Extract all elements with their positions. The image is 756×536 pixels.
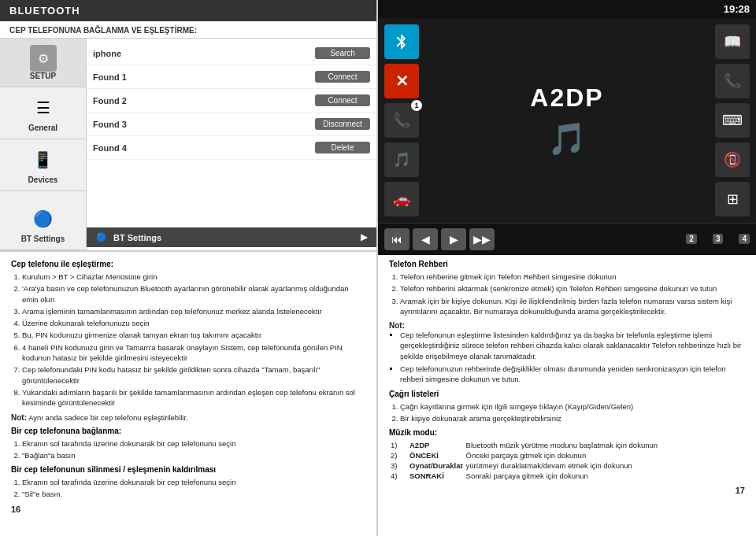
keypad-icon-btn[interactable]: ⌨ bbox=[715, 103, 750, 138]
sil-step-1: Ekranın sol tarafında üzerine dokunarak … bbox=[22, 477, 365, 487]
play-button[interactable]: ▶ bbox=[441, 228, 466, 250]
muzik-num-3: 4) bbox=[389, 471, 408, 481]
bir-section: Bir cep telefonuna bağlanma: Ekranın sol… bbox=[11, 427, 365, 461]
right-not-title: Not: bbox=[389, 321, 745, 330]
music-note-area: 🎵 bbox=[547, 120, 587, 157]
right-not-bullets: Cep telefonunun eşleştirme listesinden k… bbox=[389, 330, 745, 384]
bottom-left: Cep telefonu ile eşleştirme: Kurulum > B… bbox=[0, 252, 378, 536]
bottom-labels: 2 3 4 bbox=[686, 234, 750, 246]
time-display: 19:28 bbox=[724, 3, 750, 15]
cagri-step-1: Çağrı kayıtlarına girmek için ilgili sim… bbox=[400, 401, 745, 412]
bt-settings-label: BT Settings bbox=[113, 233, 161, 242]
sidebar-bt-label: BT Settings bbox=[21, 235, 65, 243]
a2dp-label: A2DP bbox=[530, 83, 603, 113]
search-button[interactable]: Search bbox=[315, 47, 370, 59]
step-3: Arama işleminin tamamlanmasının ardından… bbox=[22, 306, 365, 316]
step-4: Üzerine dokunarak telefonunuzu seçin bbox=[22, 318, 365, 328]
muzik-desc-3: Sonraki parçaya gitmek için dokunun bbox=[465, 471, 745, 481]
phone-icon: 📞 bbox=[393, 112, 410, 129]
sidebar-item-bt-settings[interactable]: 🔵 BT Settings bbox=[0, 198, 86, 250]
muzik-row-3: 4) SONRAKİ Sonraki parçaya gitmek için d… bbox=[389, 471, 745, 481]
bottom-right: Telefon Rehberi Telefon rehberine gitmek… bbox=[378, 252, 756, 536]
sidebar-item-devices[interactable]: 📱 Devices bbox=[0, 139, 86, 191]
left-panel: BLUETOOTH CEP TELEFONUNA BAĞLANMA VE EŞL… bbox=[0, 0, 378, 250]
device-row-found1: Found 1 Connect bbox=[87, 65, 376, 89]
not-block: Not: Aynı anda sadece bir cep telefonu e… bbox=[11, 413, 365, 422]
sidebar-general-label: General bbox=[28, 124, 57, 132]
bt-settings-row[interactable]: 🔵 BT Settings ▶ bbox=[87, 227, 376, 247]
delete-button-4[interactable]: Delete bbox=[315, 142, 370, 153]
step-2: 'Ara'ya basın ve cep telefonunuzun Bluet… bbox=[22, 283, 365, 305]
bottom-controls: ⏮ ◀ ▶ ▶▶ 2 3 4 bbox=[378, 223, 756, 255]
muzik-key-3: SONRAKİ bbox=[408, 471, 465, 481]
disconnect-button-3[interactable]: Disconnect bbox=[315, 118, 370, 130]
general-icon: ☰ bbox=[29, 94, 57, 122]
muzik-desc-2: yürütmeyi duraklatmak/devam etmek için d… bbox=[465, 460, 745, 471]
muzik-desc-0: Bluetooth müzik yürütme modunu başlatmak… bbox=[465, 440, 745, 450]
phone-badge: 1 bbox=[411, 100, 422, 111]
connect-button-1[interactable]: Connect bbox=[315, 71, 370, 83]
sidebar-item-setup[interactable]: ⚙ SETUP bbox=[0, 39, 86, 87]
nav-icon-btn[interactable]: 🚗 bbox=[384, 182, 419, 216]
label-3[interactable]: 3 bbox=[713, 234, 724, 246]
device-row-found2: Found 2 Connect bbox=[87, 89, 376, 113]
step-5: Bu, PIN kodunuzu girmenize olanak tanıya… bbox=[22, 330, 365, 340]
sub-header: CEP TELEFONUNA BAĞLANMA VE EŞLEŞTİRME: bbox=[0, 21, 376, 39]
music-icon-btn[interactable]: 🎵 bbox=[384, 142, 419, 177]
muzik-num-1: 2) bbox=[389, 450, 408, 460]
page-num-left: 16 bbox=[11, 505, 365, 514]
sil-section: Bir cep telefonunun silinmesi / eşleşmen… bbox=[11, 465, 365, 500]
sil-step-2: "Sil"e basın. bbox=[22, 489, 365, 499]
connect-button-2[interactable]: Connect bbox=[315, 94, 370, 106]
main-steps-list: Kurulum > BT > Cihazlar Menüsüne girin '… bbox=[11, 272, 365, 408]
label-2[interactable]: 2 bbox=[686, 234, 697, 246]
label-4-num: 4 bbox=[739, 234, 750, 244]
prev-button[interactable]: ◀ bbox=[413, 228, 438, 250]
sidebar-devices-label: Devices bbox=[28, 176, 58, 184]
book-icon-btn[interactable]: 📖 bbox=[715, 24, 750, 59]
muzik-title: Müzik modu: bbox=[389, 428, 745, 437]
cagri-step-2: Bir kişiye dokunarak arama gerçekleştire… bbox=[400, 413, 745, 423]
right-header: 19:28 bbox=[378, 0, 756, 18]
sidebar-setup-label: SETUP bbox=[30, 72, 56, 80]
bir-steps-list: Ekranın sol tarafında üzerine dokunarak … bbox=[11, 438, 365, 461]
muzik-table: 1) A2DP Bluetooth müzik yürütme modunu b… bbox=[389, 440, 745, 481]
next-button[interactable]: ▶▶ bbox=[469, 228, 495, 250]
bt-settings-arrow: ▶ bbox=[361, 232, 367, 242]
label-2-num: 2 bbox=[686, 234, 697, 244]
playback-controls: ⏮ ◀ ▶ ▶▶ bbox=[384, 228, 495, 250]
muzik-row-0: 1) A2DP Bluetooth müzik yürütme modunu b… bbox=[389, 440, 745, 450]
bt-settings-icon: 🔵 bbox=[29, 205, 57, 233]
phone3-icon-btn[interactable]: 📵 bbox=[715, 142, 750, 177]
device-row-iphone: iphone Search bbox=[87, 42, 376, 65]
bluetooth-icon-btn[interactable] bbox=[384, 24, 419, 59]
found2-name: Found 2 bbox=[93, 96, 315, 105]
page-num-right: 17 bbox=[389, 486, 745, 495]
muzik-row-1: 2) ÖNCEKİ Önceki parçaya gitmek için dok… bbox=[389, 450, 745, 460]
sidebar: ⚙ SETUP ☰ General 📱 Devices 🔵 BT Setting… bbox=[0, 39, 87, 250]
bottom-section: Cep telefonu ile eşleştirme: Kurulum > B… bbox=[0, 252, 756, 536]
device-row-found3: Found 3 Disconnect bbox=[87, 113, 376, 136]
not-bullet-2: Cep telefonunuzun rehberinde değişiklikl… bbox=[400, 364, 745, 385]
main-instructions-title: Cep telefonu ile eşleştirme: bbox=[11, 260, 365, 268]
sidebar-item-general[interactable]: ☰ General bbox=[0, 87, 86, 139]
prev-prev-button[interactable]: ⏮ bbox=[384, 228, 410, 250]
label-4[interactable]: 4 bbox=[739, 234, 750, 246]
not-title: Not: bbox=[11, 413, 27, 422]
phone-icon-btn[interactable]: 📞 1 bbox=[384, 103, 419, 138]
muzik-items: 1) A2DP Bluetooth müzik yürütme modunu b… bbox=[389, 440, 745, 481]
phone-step-2: Telefon rehberini aktarmak (senkronize e… bbox=[400, 283, 745, 294]
music-note-icon: 🎵 bbox=[547, 120, 587, 157]
not-bullet-1: Cep telefonunun eşleştirme listesinden k… bbox=[400, 330, 745, 361]
muzik-key-1: ÖNCEKİ bbox=[408, 450, 465, 460]
label-3-num: 3 bbox=[713, 234, 724, 244]
bluetooth-header: BLUETOOTH bbox=[0, 0, 376, 21]
phone2-icon-btn[interactable]: 📞 bbox=[715, 64, 750, 98]
bluetooth-title: BLUETOOTH bbox=[9, 5, 80, 17]
muzik-key-0: A2DP bbox=[408, 440, 465, 450]
apps-icon-btn[interactable]: ⊞ bbox=[715, 182, 750, 216]
device-iphone-name: iphone bbox=[93, 49, 315, 58]
x-icon-btn[interactable]: ✕ bbox=[384, 64, 419, 98]
muzik-key-2: Oynat/Duraklat bbox=[408, 460, 465, 471]
found1-name: Found 1 bbox=[93, 72, 315, 82]
